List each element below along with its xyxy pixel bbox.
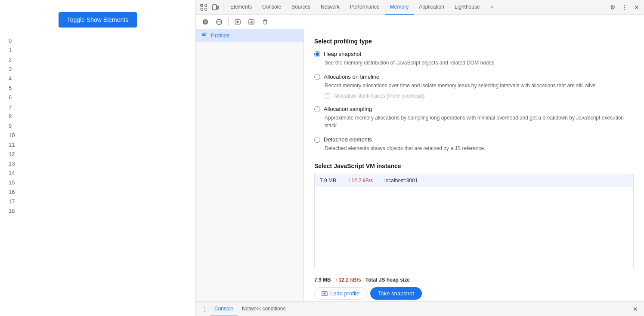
tab-network[interactable]: Network — [316, 0, 345, 15]
svg-rect-5 — [217, 6, 219, 9]
allocation-stack-traces-label: Allocation stack traces (more overhead) — [334, 93, 424, 99]
svg-rect-3 — [204, 8, 207, 10]
svg-rect-14 — [264, 21, 266, 24]
vm-host: localhost:3001 — [384, 178, 418, 184]
bottom-more-icon[interactable]: ⋮ — [200, 304, 210, 314]
devtools-toolbar: Elements Console Sources Network Perform… — [196, 0, 644, 15]
profiling-options: Heap snapshot See the memory distributio… — [314, 51, 634, 152]
action-buttons: Load profile Take snapshot — [314, 287, 634, 300]
main-tabs: Elements Console Sources Network Perform… — [225, 0, 607, 15]
tab-more[interactable]: » — [485, 0, 498, 15]
line-number: 13 — [9, 159, 195, 169]
footer-stats: 7.9 MB ↑ 12.2 kB/s Total JS heap size — [314, 273, 634, 287]
sidebar-item-profiles[interactable]: Profiles — [196, 29, 303, 42]
devtools-panel: Elements Console Sources Network Perform… — [196, 0, 644, 316]
line-number: 17 — [9, 197, 195, 206]
radio-heap-snapshot[interactable] — [314, 51, 320, 57]
profiles-icon — [201, 32, 207, 39]
option-allocation-sampling: Allocation sampling Approximate memory a… — [314, 106, 634, 129]
line-number: 0 — [9, 36, 195, 46]
load-profile-label: Load profile — [330, 290, 359, 297]
more-options-icon[interactable]: ⋮ — [619, 2, 630, 13]
load-profile-icon[interactable] — [232, 16, 243, 28]
footer-rate-value: 12.2 kB/s — [339, 277, 361, 283]
allocations-timeline-label: Allocations on timeline — [324, 74, 379, 80]
line-number: 10 — [9, 131, 195, 140]
line-number: 6 — [9, 93, 195, 102]
toolbar-right-icons: ⚙ ⋮ ✕ — [607, 2, 642, 13]
svg-point-7 — [204, 20, 207, 24]
option-heap-snapshot: Heap snapshot See the memory distributio… — [314, 51, 634, 67]
vm-rate-arrow-icon: ↑ — [348, 178, 350, 184]
toolbar-left-icons — [198, 2, 221, 13]
collect-garbage-icon[interactable] — [260, 16, 271, 28]
footer-rate: ↑ 12.2 kB/s — [335, 277, 361, 283]
load-profile-button[interactable]: Load profile — [314, 287, 367, 300]
tab-console[interactable]: Console — [257, 0, 286, 15]
left-panel: Toggle Show Elements 0123456789101112131… — [0, 0, 196, 316]
bottom-tab-console[interactable]: Console — [210, 302, 238, 316]
vm-list-item[interactable]: 7.9 MB ↑ 12.2 kB/s localhost:3001 — [315, 174, 633, 187]
save-profile-icon[interactable] — [246, 16, 257, 28]
memory-main-panel: Select profiling type Heap snapshot See … — [304, 29, 644, 301]
clear-all-profiles-icon[interactable] — [214, 16, 225, 28]
footer-memory: 7.9 MB — [314, 277, 331, 283]
option-allocations-timeline: Allocations on timeline Record memory al… — [314, 74, 634, 99]
memory-subtoolbar — [196, 15, 644, 29]
radio-detached-elements[interactable] — [314, 137, 320, 143]
option-detached-elements: Detached elements Detached elements show… — [314, 136, 634, 152]
tab-sources[interactable]: Sources — [286, 0, 316, 15]
vm-rate-value: 12.2 kB/s — [351, 178, 373, 184]
close-bottom-bar-icon[interactable]: ✕ — [630, 304, 641, 314]
line-number: 12 — [9, 150, 195, 159]
svg-rect-4 — [213, 5, 217, 10]
radio-allocation-sampling[interactable] — [314, 106, 320, 112]
inspector-icon[interactable] — [198, 2, 209, 13]
device-toggle-icon[interactable] — [210, 2, 221, 13]
line-number: 8 — [9, 112, 195, 121]
line-number: 4 — [9, 74, 195, 83]
toggle-show-elements-button[interactable]: Toggle Show Elements — [59, 12, 137, 28]
record-heap-icon[interactable] — [200, 16, 211, 28]
line-numbers: 0123456789101112131415161718 — [0, 36, 195, 316]
line-number: 9 — [9, 121, 195, 131]
profiles-label: Profiles — [211, 32, 229, 39]
footer-rate-arrow-icon: ↑ — [335, 277, 338, 283]
memory-sidebar: Profiles — [196, 29, 304, 301]
settings-icon[interactable]: ⚙ — [607, 2, 618, 13]
bottom-tab-network-conditions[interactable]: Network conditions — [238, 302, 290, 316]
vm-rate: ↑ 12.2 kB/s — [348, 178, 380, 184]
select-profiling-title: Select profiling type — [314, 38, 634, 45]
svg-rect-0 — [201, 4, 203, 6]
tab-performance[interactable]: Performance — [345, 0, 385, 15]
heap-snapshot-label: Heap snapshot — [324, 51, 361, 57]
line-number: 11 — [9, 140, 195, 150]
footer-heap-label: Total JS heap size — [365, 277, 410, 283]
detached-elements-desc: Detached elements shows objects that are… — [325, 144, 634, 152]
radio-allocations-timeline[interactable] — [314, 74, 320, 80]
line-number: 16 — [9, 187, 195, 197]
tab-lighthouse[interactable]: Lighthouse — [449, 0, 485, 15]
svg-rect-1 — [204, 4, 207, 6]
tab-memory[interactable]: Memory — [385, 0, 414, 15]
close-devtools-icon[interactable]: ✕ — [631, 2, 642, 13]
vm-section-title: Select JavaScript VM instance — [314, 163, 634, 169]
checkbox-allocation-stack-traces[interactable] — [325, 93, 330, 99]
allocation-sampling-label: Allocation sampling — [324, 106, 372, 112]
take-snapshot-button[interactable]: Take snapshot — [370, 287, 422, 300]
line-number: 7 — [9, 102, 195, 112]
tab-application[interactable]: Application — [414, 0, 449, 15]
line-number: 2 — [9, 55, 195, 64]
detached-elements-label: Detached elements — [324, 136, 372, 143]
load-profile-icon — [322, 291, 328, 297]
vm-instance-list[interactable]: 7.9 MB ↑ 12.2 kB/s localhost:3001 — [314, 174, 634, 268]
line-number: 15 — [9, 178, 195, 187]
vm-memory: 7.9 MB — [320, 178, 344, 184]
line-number: 14 — [9, 169, 195, 178]
line-number: 18 — [9, 206, 195, 216]
allocation-stack-traces-row: Allocation stack traces (more overhead) — [325, 93, 634, 99]
line-number: 1 — [9, 46, 195, 55]
line-number: 3 — [9, 64, 195, 74]
heap-snapshot-desc: See the memory distribution of JavaScrip… — [325, 59, 634, 67]
tab-elements[interactable]: Elements — [225, 0, 257, 15]
